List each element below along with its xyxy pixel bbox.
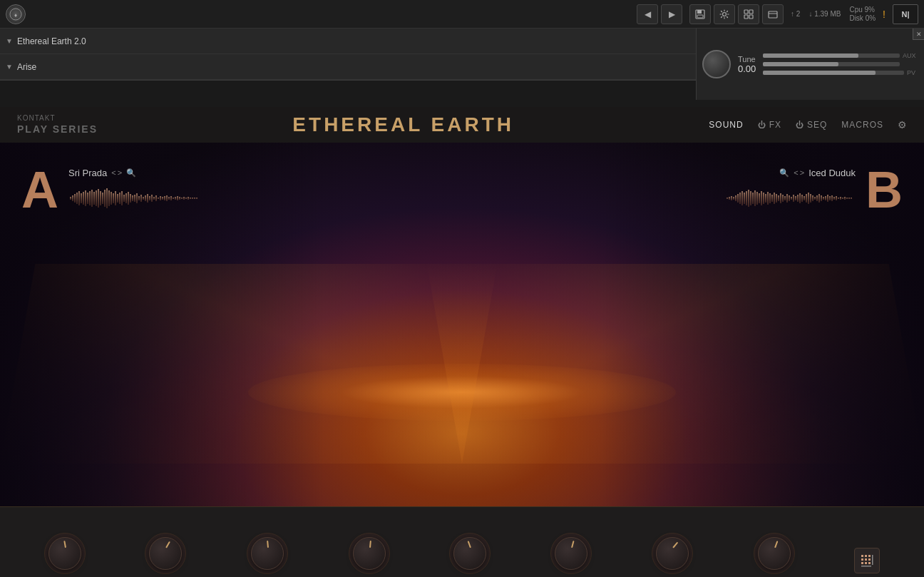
crunch-knob-inner — [353, 537, 386, 570]
volume-knob[interactable] — [754, 533, 795, 574]
svg-rect-42 — [125, 193, 127, 203]
svg-rect-143 — [868, 562, 871, 564]
svg-rect-55 — [153, 197, 155, 200]
seq-power-icon: ⏻ — [796, 121, 804, 129]
cutoff-knob-container — [145, 533, 186, 574]
svg-rect-59 — [162, 197, 163, 200]
svg-rect-98 — [774, 193, 775, 204]
cutoff-knob-inner — [149, 537, 182, 570]
svg-rect-134 — [851, 198, 852, 199]
right-panel: Tune 0.00 AUX PV — [696, 29, 924, 100]
nav-item-macros[interactable]: MACROS — [841, 120, 883, 130]
patch-collapse[interactable]: ▼ — [6, 63, 13, 71]
svg-rect-68 — [181, 198, 183, 199]
rise-depth-knob[interactable] — [652, 533, 693, 574]
sound-a-prev[interactable]: < — [111, 168, 115, 177]
nav-buttons: ◀ ▶ — [637, 4, 682, 24]
svg-rect-102 — [782, 195, 784, 202]
svg-rect-103 — [784, 196, 786, 200]
svg-rect-87 — [750, 191, 751, 205]
sound-b-search-icon[interactable]: 🔍 — [779, 168, 789, 178]
svg-rect-78 — [731, 196, 732, 200]
svg-rect-131 — [844, 197, 846, 200]
cutoff-knob[interactable] — [145, 533, 186, 574]
nav-item-sound[interactable]: SOUND — [709, 120, 743, 130]
window-button[interactable] — [762, 4, 784, 24]
grid-view-button[interactable] — [738, 4, 759, 24]
svg-rect-108 — [795, 196, 796, 200]
phasis-knob-inner — [453, 537, 486, 570]
nav-fx-label: FX — [769, 120, 781, 130]
svg-rect-109 — [797, 195, 799, 202]
volume-knob-inner — [758, 537, 791, 570]
rise-time-knob[interactable] — [550, 533, 592, 574]
svg-rect-114 — [808, 193, 809, 204]
nav-items: SOUND ⏻ FX ⏻ SEQ MACROS ⚙ — [709, 119, 907, 131]
sound-a-search-icon[interactable]: 🔍 — [126, 168, 136, 178]
nav-next-button[interactable]: ▶ — [661, 4, 682, 24]
resonance-knob[interactable] — [247, 533, 288, 574]
nav-seq-label: SEQ — [807, 120, 827, 130]
svg-rect-20 — [78, 191, 80, 205]
svg-rect-58 — [160, 196, 161, 200]
tune-knob[interactable] — [702, 50, 731, 78]
svg-rect-48 — [138, 196, 140, 200]
svg-rect-6 — [744, 10, 748, 14]
nav-item-fx[interactable]: ⏻ FX — [758, 120, 781, 130]
svg-rect-38 — [117, 194, 118, 203]
nav-item-seq[interactable]: ⏻ SEQ — [796, 120, 827, 130]
svg-rect-93 — [763, 193, 764, 204]
slider-2[interactable] — [763, 62, 900, 66]
sound-a-letter: A — [21, 164, 58, 215]
phasis-knob[interactable] — [449, 533, 491, 574]
save-button[interactable] — [689, 4, 711, 24]
crunch-knob[interactable] — [349, 533, 390, 574]
nav-prev-button[interactable]: ◀ — [637, 4, 658, 24]
grid-icon-button[interactable] — [854, 548, 880, 573]
svg-rect-142 — [865, 562, 867, 564]
svg-rect-7 — [749, 10, 753, 14]
svg-rect-43 — [128, 192, 129, 205]
slider-3[interactable] — [763, 71, 904, 75]
slider-row-2 — [763, 62, 918, 66]
slider-1[interactable] — [763, 53, 900, 58]
preset-collapse[interactable]: ▼ — [6, 37, 13, 45]
close-button[interactable]: ✕ — [913, 29, 924, 40]
svg-rect-40 — [121, 191, 123, 205]
grid-icon — [860, 553, 874, 568]
patch-name: Arise — [17, 62, 800, 72]
svg-rect-106 — [791, 197, 792, 200]
sound-a-arrows: < > — [111, 168, 122, 177]
svg-rect-133 — [848, 198, 850, 199]
svg-rect-125 — [831, 195, 833, 201]
svg-rect-136 — [865, 555, 867, 557]
settings-nav-icon[interactable]: ⚙ — [898, 119, 907, 131]
svg-rect-132 — [846, 198, 848, 199]
plugin-title: ETHEREAL EARTH — [292, 113, 514, 136]
balance-knob[interactable] — [44, 533, 86, 574]
svg-rect-62 — [168, 197, 170, 200]
svg-rect-107 — [793, 195, 794, 202]
sound-b-next[interactable]: > — [800, 168, 804, 177]
svg-rect-3 — [697, 10, 702, 14]
svg-rect-135 — [861, 555, 863, 557]
svg-rect-31 — [102, 193, 103, 204]
rise-depth-knob-container — [652, 533, 693, 574]
svg-rect-82 — [739, 193, 741, 204]
knob-group-volume: Volume — [754, 533, 795, 578]
top-bar-left: ♦ — [6, 4, 26, 24]
svg-rect-99 — [776, 194, 777, 203]
sound-b-letter: B — [866, 164, 903, 215]
svg-rect-60 — [164, 196, 165, 200]
preset-name: Ethereal Earth 2.0 — [17, 36, 785, 46]
svg-rect-22 — [83, 192, 84, 205]
crunch-knob-container — [349, 533, 390, 574]
sound-b-prev[interactable]: < — [794, 168, 798, 177]
settings-button[interactable] — [714, 4, 735, 24]
ni-button[interactable]: N| — [893, 4, 918, 24]
svg-rect-29 — [98, 189, 99, 208]
svg-rect-126 — [833, 197, 835, 200]
svg-rect-34 — [108, 190, 110, 206]
sound-a-next[interactable]: > — [118, 168, 122, 177]
svg-rect-44 — [130, 194, 131, 203]
